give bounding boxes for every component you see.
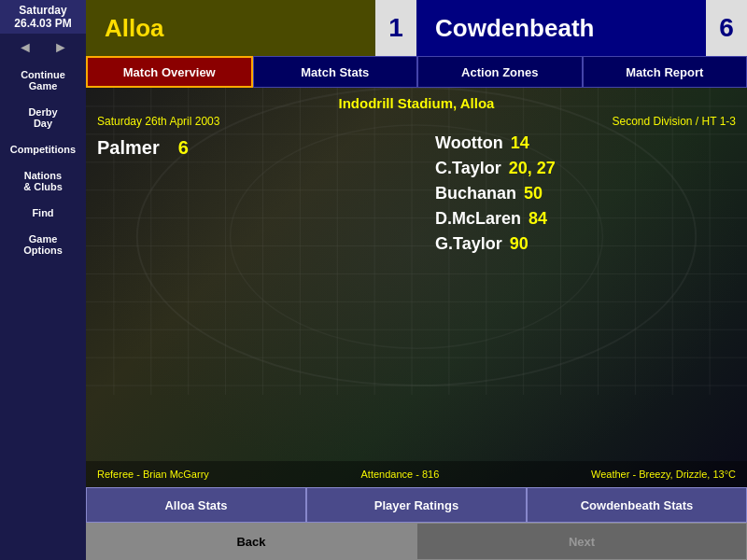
away-scorer-name-2: C.Taylor [435,159,501,178]
venue-name: Indodrill Stadium, Alloa [86,88,747,115]
away-scorer-name-1: Wootton [435,133,503,153]
main-panel: Alloa 1 Cowdenbeath 6 Match Overview Mat… [86,0,747,560]
away-scorer-minute-4: 84 [529,209,547,229]
match-content: Indodrill Stadium, Alloa Saturday 26th A… [86,88,747,487]
home-team-name: Alloa [86,0,375,56]
alloa-stats-button[interactable]: Alloa Stats [86,487,306,523]
home-scorers: Palmer 6 [97,133,398,461]
division-ht: Second Division / HT 1-3 [612,115,736,128]
weather-info: Weather - Breezy, Drizzle, 13°C [591,469,736,480]
tab-bar: Match Overview Match Stats Action Zones … [86,56,747,88]
home-scorer-row: Palmer 6 [97,133,398,159]
match-background: Indodrill Stadium, Alloa Saturday 26th A… [86,88,747,487]
away-scorer-row-4: D.McLaren 84 [435,209,736,232]
bottom-buttons: Alloa Stats Player Ratings Cowdenbeath S… [86,487,747,523]
nav-prev-arrow[interactable]: ◄ [18,39,33,56]
next-button[interactable]: Next [416,523,747,560]
home-scorer-name: Palmer [97,137,160,159]
tab-match-stats[interactable]: Match Stats [253,56,418,88]
nations-clubs-button[interactable]: Nations & Clubs [6,165,81,197]
away-scorers: Wootton 14 C.Taylor 20, 27 Buchanan 50 D… [398,133,736,461]
player-ratings-button[interactable]: Player Ratings [306,487,527,523]
back-button[interactable]: Back [86,523,416,560]
competitions-button[interactable]: Competitions [6,139,81,160]
away-scorer-minute-5: 90 [510,234,529,254]
attendance-info: Attendance - 816 [361,469,440,480]
away-scorer-row-1: Wootton 14 [435,133,736,157]
match-date: Saturday 26th April 2003 [97,115,219,128]
match-footer: Referee - Brian McGarry Attendance - 816… [86,461,747,487]
away-scorer-name-5: G.Taylor [435,234,502,254]
away-team-name: Cowdenbeath [416,0,706,56]
date-division-bar: Saturday 26th April 2003 Second Division… [86,115,747,128]
date-display: Saturday 26.4.03 PM [0,0,86,34]
sidebar: Saturday 26.4.03 PM ◄ ► Continue Game De… [0,0,86,560]
nav-next-arrow[interactable]: ► [53,39,68,56]
scorers-area: Palmer 6 Wootton 14 C.Taylor 20, 27 Buch… [86,133,747,461]
referee-info: Referee - Brian McGarry [97,469,209,480]
away-scorer-minute-1: 14 [511,133,529,153]
nav-arrows: ◄ ► [0,34,86,62]
tab-match-report[interactable]: Match Report [583,56,748,88]
cowdenbeath-stats-button[interactable]: Cowdenbeath Stats [527,487,747,523]
continue-game-button[interactable]: Continue Game [6,64,81,96]
away-scorer-row-5: G.Taylor 90 [435,234,736,258]
tab-match-overview[interactable]: Match Overview [86,56,253,88]
home-scorer-minute: 6 [178,137,189,159]
find-button[interactable]: Find [6,203,81,223]
away-scorer-row-2: C.Taylor 20, 27 [435,159,736,182]
action-row: Back Next [86,523,747,560]
match-header: Alloa 1 Cowdenbeath 6 [86,0,747,56]
away-team-score: 6 [706,0,747,56]
home-team-score: 1 [375,0,416,56]
away-scorer-row-3: Buchanan 50 [435,184,736,207]
away-scorer-name-4: D.McLaren [435,209,521,229]
away-scorer-name-3: Buchanan [435,184,516,203]
game-options-button[interactable]: Game Options [6,229,81,260]
derby-day-button[interactable]: Derby Day [6,102,81,133]
tab-action-zones[interactable]: Action Zones [417,56,583,88]
away-scorer-minute-3: 50 [524,184,543,203]
away-scorer-minute-2: 20, 27 [509,159,556,178]
